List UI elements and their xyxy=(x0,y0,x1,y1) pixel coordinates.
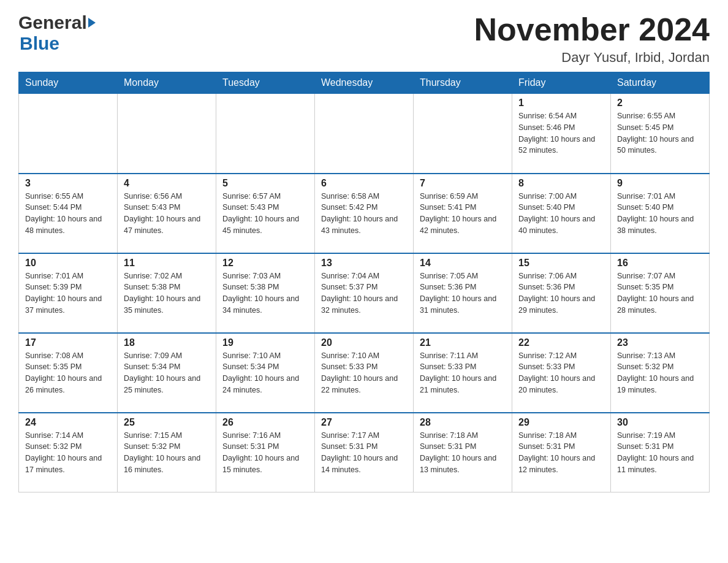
weekday-header-friday: Friday xyxy=(512,72,611,94)
day-cell-2: 2Sunrise: 6:55 AMSunset: 5:45 PMDaylight… xyxy=(611,94,710,174)
day-number: 19 xyxy=(222,337,308,348)
day-cell-8: 8Sunrise: 7:00 AMSunset: 5:40 PMDaylight… xyxy=(512,174,611,253)
logo-general-text: General xyxy=(18,12,87,33)
calendar-location: Dayr Yusuf, Irbid, Jordan xyxy=(474,50,710,66)
calendar-title: November 2024 xyxy=(474,12,710,47)
page-header: General Blue November 2024 Dayr Yusuf, I… xyxy=(18,12,710,66)
day-info: Sunrise: 7:18 AMSunset: 5:31 PMDaylight:… xyxy=(518,430,604,476)
day-number: 28 xyxy=(420,417,506,428)
day-cell-12: 12Sunrise: 7:03 AMSunset: 5:38 PMDayligh… xyxy=(216,253,315,333)
day-info: Sunrise: 7:02 AMSunset: 5:38 PMDaylight:… xyxy=(124,270,210,316)
day-number: 27 xyxy=(321,417,407,428)
day-cell-empty-0-4 xyxy=(414,94,512,174)
day-info: Sunrise: 7:15 AMSunset: 5:32 PMDaylight:… xyxy=(124,430,210,476)
day-cell-21: 21Sunrise: 7:11 AMSunset: 5:33 PMDayligh… xyxy=(414,333,512,413)
day-info: Sunrise: 6:56 AMSunset: 5:43 PMDaylight:… xyxy=(124,191,210,237)
day-cell-1: 1Sunrise: 6:54 AMSunset: 5:46 PMDaylight… xyxy=(512,94,611,174)
day-info: Sunrise: 7:13 AMSunset: 5:32 PMDaylight:… xyxy=(617,350,703,396)
day-cell-15: 15Sunrise: 7:06 AMSunset: 5:36 PMDayligh… xyxy=(512,253,611,333)
weekday-header-wednesday: Wednesday xyxy=(315,72,414,94)
day-info: Sunrise: 7:17 AMSunset: 5:31 PMDaylight:… xyxy=(321,430,407,476)
day-number: 9 xyxy=(617,178,703,189)
day-number: 29 xyxy=(518,417,604,428)
day-cell-16: 16Sunrise: 7:07 AMSunset: 5:35 PMDayligh… xyxy=(611,253,710,333)
day-number: 24 xyxy=(25,417,111,428)
day-cell-11: 11Sunrise: 7:02 AMSunset: 5:38 PMDayligh… xyxy=(118,253,216,333)
day-info: Sunrise: 7:16 AMSunset: 5:31 PMDaylight:… xyxy=(222,430,308,476)
weekday-header-sunday: Sunday xyxy=(19,72,118,94)
day-info: Sunrise: 7:08 AMSunset: 5:35 PMDaylight:… xyxy=(25,350,111,396)
day-cell-3: 3Sunrise: 6:55 AMSunset: 5:44 PMDaylight… xyxy=(19,174,118,253)
day-info: Sunrise: 7:19 AMSunset: 5:31 PMDaylight:… xyxy=(617,430,703,476)
day-number: 6 xyxy=(321,178,407,189)
day-number: 2 xyxy=(617,98,703,109)
day-number: 15 xyxy=(518,258,604,269)
day-info: Sunrise: 7:10 AMSunset: 5:34 PMDaylight:… xyxy=(222,350,308,396)
day-info: Sunrise: 6:55 AMSunset: 5:44 PMDaylight:… xyxy=(25,191,111,237)
day-cell-19: 19Sunrise: 7:10 AMSunset: 5:34 PMDayligh… xyxy=(216,333,315,413)
day-cell-empty-0-0 xyxy=(19,94,118,174)
weekday-header-thursday: Thursday xyxy=(414,72,512,94)
day-number: 26 xyxy=(222,417,308,428)
day-info: Sunrise: 7:14 AMSunset: 5:32 PMDaylight:… xyxy=(25,430,111,476)
day-cell-18: 18Sunrise: 7:09 AMSunset: 5:34 PMDayligh… xyxy=(118,333,216,413)
day-info: Sunrise: 7:06 AMSunset: 5:36 PMDaylight:… xyxy=(518,270,604,316)
day-cell-14: 14Sunrise: 7:05 AMSunset: 5:36 PMDayligh… xyxy=(414,253,512,333)
day-info: Sunrise: 6:54 AMSunset: 5:46 PMDaylight:… xyxy=(518,110,604,156)
day-cell-empty-0-3 xyxy=(315,94,414,174)
day-number: 30 xyxy=(617,417,703,428)
day-cell-25: 25Sunrise: 7:15 AMSunset: 5:32 PMDayligh… xyxy=(118,413,216,492)
day-number: 12 xyxy=(222,258,308,269)
weekday-header-tuesday: Tuesday xyxy=(216,72,315,94)
day-cell-4: 4Sunrise: 6:56 AMSunset: 5:43 PMDaylight… xyxy=(118,174,216,253)
day-info: Sunrise: 7:04 AMSunset: 5:37 PMDaylight:… xyxy=(321,270,407,316)
day-number: 16 xyxy=(617,258,703,269)
weekday-header-row: SundayMondayTuesdayWednesdayThursdayFrid… xyxy=(19,72,710,94)
day-info: Sunrise: 7:00 AMSunset: 5:40 PMDaylight:… xyxy=(518,191,604,237)
day-cell-30: 30Sunrise: 7:19 AMSunset: 5:31 PMDayligh… xyxy=(611,413,710,492)
day-info: Sunrise: 7:18 AMSunset: 5:31 PMDaylight:… xyxy=(420,430,506,476)
day-number: 10 xyxy=(25,258,111,269)
week-row-2: 3Sunrise: 6:55 AMSunset: 5:44 PMDaylight… xyxy=(19,174,710,253)
day-number: 7 xyxy=(420,178,506,189)
week-row-1: 1Sunrise: 6:54 AMSunset: 5:46 PMDaylight… xyxy=(19,94,710,174)
day-info: Sunrise: 7:03 AMSunset: 5:38 PMDaylight:… xyxy=(222,270,308,316)
day-cell-20: 20Sunrise: 7:10 AMSunset: 5:33 PMDayligh… xyxy=(315,333,414,413)
day-number: 11 xyxy=(124,258,210,269)
day-info: Sunrise: 7:05 AMSunset: 5:36 PMDaylight:… xyxy=(420,270,506,316)
weekday-header-monday: Monday xyxy=(118,72,216,94)
day-cell-empty-0-1 xyxy=(118,94,216,174)
day-cell-29: 29Sunrise: 7:18 AMSunset: 5:31 PMDayligh… xyxy=(512,413,611,492)
day-cell-13: 13Sunrise: 7:04 AMSunset: 5:37 PMDayligh… xyxy=(315,253,414,333)
day-cell-5: 5Sunrise: 6:57 AMSunset: 5:43 PMDaylight… xyxy=(216,174,315,253)
day-info: Sunrise: 7:01 AMSunset: 5:40 PMDaylight:… xyxy=(617,191,703,237)
day-number: 5 xyxy=(222,178,308,189)
week-row-4: 17Sunrise: 7:08 AMSunset: 5:35 PMDayligh… xyxy=(19,333,710,413)
day-number: 20 xyxy=(321,337,407,348)
day-cell-28: 28Sunrise: 7:18 AMSunset: 5:31 PMDayligh… xyxy=(414,413,512,492)
day-info: Sunrise: 7:11 AMSunset: 5:33 PMDaylight:… xyxy=(420,350,506,396)
day-number: 13 xyxy=(321,258,407,269)
day-cell-9: 9Sunrise: 7:01 AMSunset: 5:40 PMDaylight… xyxy=(611,174,710,253)
day-cell-empty-0-2 xyxy=(216,94,315,174)
day-cell-17: 17Sunrise: 7:08 AMSunset: 5:35 PMDayligh… xyxy=(19,333,118,413)
day-number: 4 xyxy=(124,178,210,189)
day-number: 8 xyxy=(518,178,604,189)
calendar-table: SundayMondayTuesdayWednesdayThursdayFrid… xyxy=(18,72,710,492)
week-row-3: 10Sunrise: 7:01 AMSunset: 5:39 PMDayligh… xyxy=(19,253,710,333)
day-cell-26: 26Sunrise: 7:16 AMSunset: 5:31 PMDayligh… xyxy=(216,413,315,492)
logo-triangle-icon xyxy=(88,18,96,28)
weekday-header-saturday: Saturday xyxy=(611,72,710,94)
day-info: Sunrise: 6:55 AMSunset: 5:45 PMDaylight:… xyxy=(617,110,703,156)
day-number: 1 xyxy=(518,98,604,109)
day-info: Sunrise: 7:12 AMSunset: 5:33 PMDaylight:… xyxy=(518,350,604,396)
day-number: 21 xyxy=(420,337,506,348)
week-row-5: 24Sunrise: 7:14 AMSunset: 5:32 PMDayligh… xyxy=(19,413,710,492)
day-cell-27: 27Sunrise: 7:17 AMSunset: 5:31 PMDayligh… xyxy=(315,413,414,492)
day-number: 14 xyxy=(420,258,506,269)
title-block: November 2024 Dayr Yusuf, Irbid, Jordan xyxy=(474,12,710,66)
day-cell-6: 6Sunrise: 6:58 AMSunset: 5:42 PMDaylight… xyxy=(315,174,414,253)
day-info: Sunrise: 6:58 AMSunset: 5:42 PMDaylight:… xyxy=(321,191,407,237)
day-number: 3 xyxy=(25,178,111,189)
day-number: 22 xyxy=(518,337,604,348)
